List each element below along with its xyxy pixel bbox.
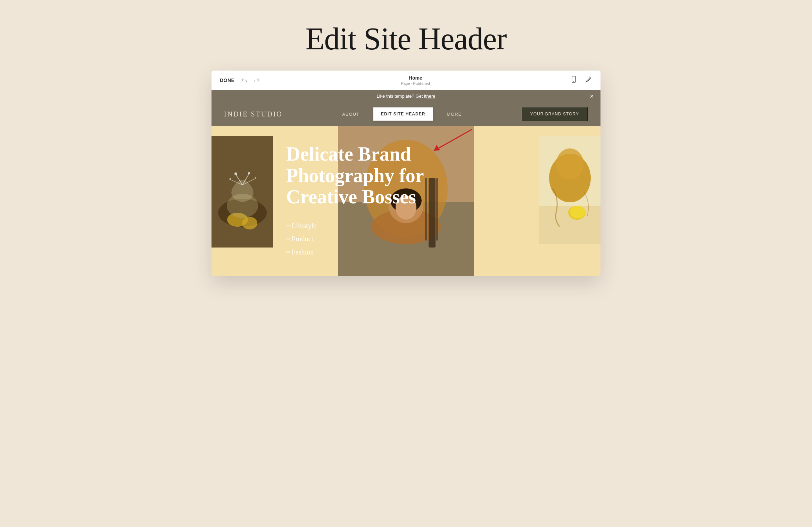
site-cta-button[interactable]: YOUR BRAND STORY xyxy=(521,107,588,121)
page-status: Page · Published xyxy=(401,81,430,86)
hero-headline: Delicate Brand Photography for Creative … xyxy=(286,144,424,208)
nav-item-more[interactable]: MORE xyxy=(447,112,462,117)
undo-button[interactable] xyxy=(240,76,248,84)
browser-window: DONE Home Page · Published xyxy=(212,71,600,276)
toolbar-center: Home Page · Published xyxy=(401,75,430,85)
hero-photo-right-image xyxy=(539,136,600,244)
hero-photo-left-image xyxy=(212,136,273,248)
svg-rect-23 xyxy=(425,178,427,241)
hero-sub: ~ Lifestyle ~ Product ~ Fashion xyxy=(286,219,424,258)
page-header: Edit Site Header xyxy=(0,0,812,71)
nav-item-about[interactable]: ABOUT xyxy=(342,112,359,117)
svg-point-1 xyxy=(573,81,574,82)
page-name: Home xyxy=(401,75,430,81)
svg-rect-22 xyxy=(429,178,436,248)
toolbar-right xyxy=(570,75,592,85)
banner-text: Like this template? Get it xyxy=(376,94,426,99)
hero-text: Delicate Brand Photography for Creative … xyxy=(286,144,424,259)
hero-headline-line2: Photography for xyxy=(286,164,424,186)
svg-point-30 xyxy=(570,206,585,218)
svg-point-28 xyxy=(556,148,584,180)
hero-photo-left xyxy=(212,136,273,248)
mobile-view-icon[interactable] xyxy=(570,75,578,85)
banner-link[interactable]: here xyxy=(426,94,436,99)
hero-headline-line1: Delicate Brand xyxy=(286,143,411,165)
svg-point-5 xyxy=(242,217,257,229)
hero-section: Delicate Brand Photography for Creative … xyxy=(212,126,600,276)
banner-close-button[interactable]: × xyxy=(590,92,594,100)
template-banner: Like this template? Get it here × xyxy=(212,90,600,102)
hero-sub-item-3: ~ Fashion xyxy=(286,245,424,258)
hero-sub-item-2: ~ Product xyxy=(286,232,424,245)
toolbar-left: DONE xyxy=(220,76,261,84)
redo-button[interactable] xyxy=(252,76,261,84)
site-nav: ABOUT EDIT SITE HEADER MORE xyxy=(342,107,462,121)
edit-site-header-button[interactable]: EDIT SITE HEADER xyxy=(373,107,433,121)
hero-headline-line3: Creative Bosses xyxy=(286,186,416,208)
svg-point-14 xyxy=(255,177,256,179)
svg-point-11 xyxy=(234,172,237,175)
page-title: Edit Site Header xyxy=(0,21,812,57)
done-button[interactable]: DONE xyxy=(220,78,234,83)
site-logo: INDIE STUDIO xyxy=(224,110,283,118)
svg-point-12 xyxy=(248,172,250,174)
site-header: INDIE STUDIO ABOUT EDIT SITE HEADER MORE… xyxy=(212,102,600,126)
toolbar-nav xyxy=(240,76,261,84)
hero-sub-item-1: ~ Lifestyle xyxy=(286,219,424,232)
svg-rect-24 xyxy=(436,178,438,241)
svg-point-13 xyxy=(230,178,231,180)
hero-photo-right xyxy=(539,136,600,244)
edit-pencil-icon[interactable] xyxy=(585,75,592,85)
browser-toolbar: DONE Home Page · Published xyxy=(212,71,600,90)
